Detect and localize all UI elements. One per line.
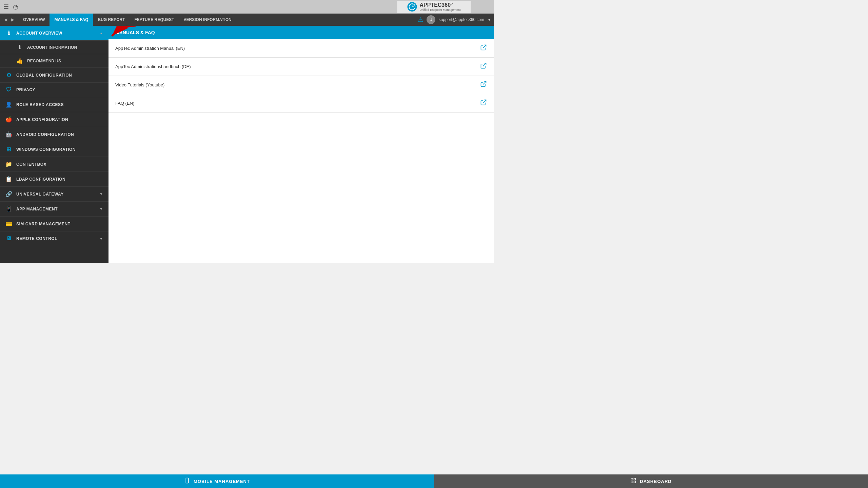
sidebar-item-remote-control[interactable]: 🖥 REMOTE CONTROL ▼ bbox=[0, 231, 108, 246]
role-based-access-icon: 👤 bbox=[5, 101, 12, 108]
sidebar-label-sim-card-management: SIM CARD MANAGEMENT bbox=[16, 222, 71, 226]
alert-icon[interactable]: ⚠ bbox=[418, 16, 423, 23]
sidebar-label-apple-configuration: APPLE CONFIGURATION bbox=[16, 117, 68, 122]
sidebar-item-account-information[interactable]: ℹ ACCOUNT INFORMATION bbox=[0, 41, 108, 54]
logo-subtext: Unified Endpoint Management bbox=[419, 8, 460, 12]
sidebar-label-global-configuration: GLOBAL CONFIGURATION bbox=[16, 73, 72, 78]
manual-label-faq-en: FAQ (EN) bbox=[108, 94, 473, 113]
table-row: Video Tutorials (Youtube) bbox=[108, 76, 494, 94]
svg-line-4 bbox=[483, 82, 486, 85]
table-row: FAQ (EN) bbox=[108, 94, 494, 113]
sidebar-item-windows-configuration[interactable]: ⊞ WINDOWS CONFIGURATION bbox=[0, 142, 108, 157]
clock-icon[interactable]: ◔ bbox=[13, 3, 18, 11]
sidebar-item-account-overview[interactable]: ℹ ACCOUNT OVERVIEW ▲ bbox=[0, 26, 108, 41]
sidebar-label-privacy: PRIVACY bbox=[16, 87, 35, 92]
sidebar-label-remote-control: REMOTE CONTROL bbox=[16, 236, 57, 241]
user-avatar: U bbox=[427, 15, 435, 24]
sidebar-item-global-configuration[interactable]: ⚙ GLOBAL CONFIGURATION bbox=[0, 68, 108, 83]
nav-arrows: ◀ ▶ bbox=[3, 16, 16, 23]
nav-item-feature-request[interactable]: FEATURE REQUEST bbox=[130, 14, 179, 26]
external-link-admin-en[interactable] bbox=[480, 45, 487, 52]
sidebar-label-ldap-configuration: LDAP CONFIGURATION bbox=[16, 177, 65, 182]
ldap-config-icon: 📋 bbox=[5, 176, 12, 182]
nav-item-version-information[interactable]: VERSION INFORMATION bbox=[179, 14, 236, 26]
sidebar-item-privacy[interactable]: 🛡 PRIVACY bbox=[0, 83, 108, 97]
nav-item-overview[interactable]: OVERVIEW bbox=[18, 14, 50, 26]
sidebar-item-sim-card-management[interactable]: 💳 SIM CARD MANAGEMENT bbox=[0, 217, 108, 231]
sidebar-label-universal-gateway: UNIVERSAL GATEWAY bbox=[16, 192, 64, 197]
sim-card-icon: 💳 bbox=[5, 221, 12, 227]
sidebar-item-recommend-us[interactable]: 👍 RECOMMEND US bbox=[0, 54, 108, 68]
nav-item-manuals-faq[interactable]: MANUALS & FAQ bbox=[50, 14, 93, 26]
manual-label-admin-en: AppTec Administration Manual (EN) bbox=[108, 39, 473, 58]
svg-line-3 bbox=[483, 63, 486, 66]
sidebar-item-role-based-access[interactable]: 👤 ROLE BASED ACCESS bbox=[0, 97, 108, 112]
sidebar-item-android-configuration[interactable]: 🤖 ANDROID CONFIGURATION bbox=[0, 127, 108, 142]
sidebar-label-android-configuration: ANDROID CONFIGURATION bbox=[16, 132, 74, 137]
svg-line-5 bbox=[483, 100, 486, 103]
sidebar-item-apple-configuration[interactable]: 🍎 APPLE CONFIGURATION bbox=[0, 112, 108, 127]
universal-gateway-icon: 🔗 bbox=[5, 191, 12, 197]
nav-back-arrow[interactable]: ◀ bbox=[3, 16, 8, 23]
content-area: MANUALS & FAQ AppTec Administration Manu… bbox=[108, 26, 494, 263]
sidebar-label-account-information: ACCOUNT INFORMATION bbox=[27, 45, 77, 50]
privacy-icon: 🛡 bbox=[5, 87, 12, 93]
sidebar-item-ldap-configuration[interactable]: 📋 LDAP CONFIGURATION bbox=[0, 172, 108, 187]
remote-control-expand[interactable]: ▼ bbox=[100, 237, 103, 241]
logo-area: APPTEC360° Unified Endpoint Management bbox=[397, 1, 471, 13]
sidebar-label-recommend-us: RECOMMEND US bbox=[27, 59, 61, 63]
manuals-table: AppTec Administration Manual (EN) AppTec… bbox=[108, 39, 494, 113]
universal-gateway-expand[interactable]: ▼ bbox=[100, 192, 103, 196]
user-dropdown-arrow[interactable]: ▼ bbox=[488, 18, 491, 22]
sidebar-label-account-overview: ACCOUNT OVERVIEW bbox=[16, 31, 62, 36]
account-overview-icon: ℹ bbox=[5, 30, 12, 36]
sidebar-label-windows-configuration: WINDOWS CONFIGURATION bbox=[16, 147, 76, 152]
content-section-header: MANUALS & FAQ bbox=[108, 26, 494, 39]
main-layout: ℹ ACCOUNT OVERVIEW ▲ ℹ ACCOUNT INFORMATI… bbox=[0, 26, 494, 263]
account-overview-expand[interactable]: ▲ bbox=[100, 31, 103, 35]
windows-config-icon: ⊞ bbox=[5, 146, 12, 152]
section-title: MANUALS & FAQ bbox=[115, 30, 155, 35]
recommend-us-icon: 👍 bbox=[16, 58, 23, 64]
android-config-icon: 🤖 bbox=[5, 131, 12, 138]
external-link-video-tutorials[interactable] bbox=[480, 82, 487, 89]
global-config-icon: ⚙ bbox=[5, 72, 12, 78]
contentbox-icon: 📁 bbox=[5, 161, 12, 167]
table-row: AppTec Administrationshandbuch (DE) bbox=[108, 58, 494, 76]
logo-text: APPTEC360° bbox=[419, 2, 460, 8]
user-email: support@apptec360.com bbox=[439, 17, 484, 22]
nav-right: ⚠ U support@apptec360.com ▼ bbox=[418, 15, 491, 24]
remote-control-icon: 🖥 bbox=[5, 236, 12, 242]
nav-forward-arrow[interactable]: ▶ bbox=[10, 16, 16, 23]
top-bar: ☰ ◔ APPTEC360° Unified Endpoint Manageme… bbox=[0, 0, 494, 14]
table-row: AppTec Administration Manual (EN) bbox=[108, 39, 494, 58]
menu-icon[interactable]: ☰ bbox=[3, 3, 9, 11]
logo-icon bbox=[407, 2, 417, 12]
manual-label-admin-de: AppTec Administrationshandbuch (DE) bbox=[108, 58, 473, 76]
logo-brand: APPTEC360° Unified Endpoint Management bbox=[419, 2, 460, 12]
app-management-icon: 📱 bbox=[5, 206, 12, 212]
account-information-icon: ℹ bbox=[16, 44, 23, 50]
external-link-faq-en[interactable] bbox=[480, 100, 487, 107]
app-management-expand[interactable]: ▼ bbox=[100, 207, 103, 211]
top-bar-left: ☰ ◔ bbox=[3, 3, 18, 11]
external-link-admin-de[interactable] bbox=[480, 64, 487, 70]
sidebar-item-contentbox[interactable]: 📁 CONTENTBOX bbox=[0, 157, 108, 172]
apple-config-icon: 🍎 bbox=[5, 116, 12, 123]
sidebar-label-app-management: APP MANAGEMENT bbox=[16, 207, 58, 211]
sidebar-item-universal-gateway[interactable]: 🔗 UNIVERSAL GATEWAY ▼ bbox=[0, 187, 108, 202]
sidebar-label-role-based-access: ROLE BASED ACCESS bbox=[16, 102, 64, 107]
nav-bar: ◀ ▶ OVERVIEW MANUALS & FAQ BUG REPORT FE… bbox=[0, 14, 494, 26]
manual-label-video-tutorials: Video Tutorials (Youtube) bbox=[108, 76, 473, 94]
sidebar-label-contentbox: CONTENTBOX bbox=[16, 162, 46, 167]
sidebar: ℹ ACCOUNT OVERVIEW ▲ ℹ ACCOUNT INFORMATI… bbox=[0, 26, 108, 263]
nav-item-bug-report[interactable]: BUG REPORT bbox=[93, 14, 130, 26]
sidebar-item-app-management[interactable]: 📱 APP MANAGEMENT ▼ bbox=[0, 202, 108, 217]
svg-line-2 bbox=[483, 45, 486, 48]
